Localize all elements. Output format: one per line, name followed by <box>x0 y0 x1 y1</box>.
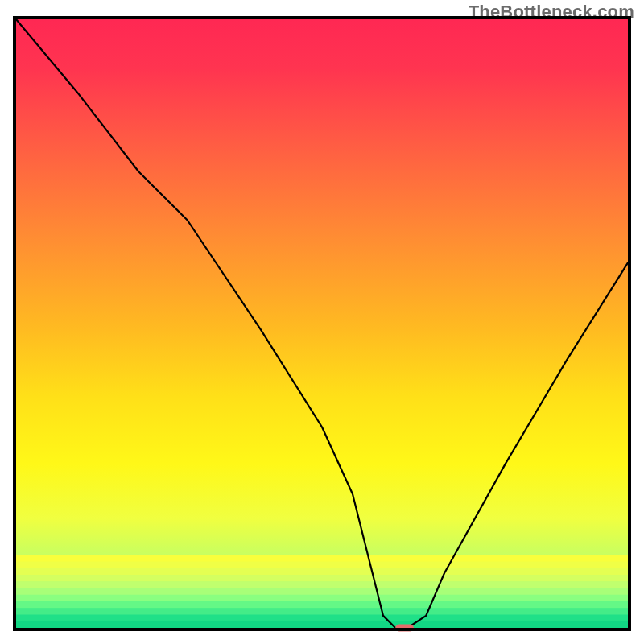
bottleneck-chart <box>0 0 644 644</box>
bottom-color-bands <box>16 555 628 628</box>
band-stripe <box>16 555 628 562</box>
band-stripe <box>16 595 628 602</box>
band-stripe <box>16 621 628 629</box>
band-stripe <box>16 615 628 622</box>
plot-area <box>14 18 630 632</box>
band-stripe <box>16 562 628 569</box>
band-stripe <box>16 575 628 582</box>
band-stripe <box>16 581 628 588</box>
band-stripe <box>16 608 628 615</box>
band-stripe <box>16 588 628 596</box>
chart-container: TheBottleneck.com <box>0 0 644 644</box>
band-stripe <box>16 568 628 576</box>
gradient-background <box>16 19 628 628</box>
band-stripe <box>16 601 628 609</box>
